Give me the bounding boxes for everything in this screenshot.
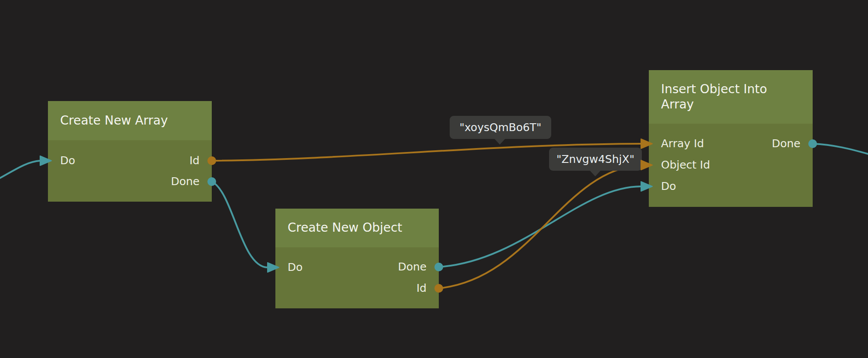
port-label-create-new-object-id: Id xyxy=(417,282,427,295)
port-label-create-new-array-id: Id xyxy=(190,154,200,167)
wire-create-new-array.done-to-create-new-object.do[interactable] xyxy=(212,182,268,267)
node-create-new-object[interactable]: Create New ObjectDoDoneId xyxy=(275,209,439,308)
wire-canvas-left-edge-to-create-new-array.do[interactable] xyxy=(0,161,40,179)
output-port-circle-icon-create-new-object-done[interactable] xyxy=(434,263,443,271)
output-port-circle-icon-create-new-array-id[interactable] xyxy=(207,156,216,165)
port-label-insert-object-into-array-do: Do xyxy=(661,180,676,193)
wire-value-text: "Znvgw4ShjX" xyxy=(556,153,634,165)
node-insert-object-into-array[interactable]: Insert Object Into ArrayArray IdObject I… xyxy=(649,70,813,207)
wire-insert-object-into-array.done-to-canvas-right-edge[interactable] xyxy=(813,144,868,155)
node-create-new-array[interactable]: Create New ArrayDoIdDone xyxy=(48,101,212,202)
node-graph-canvas[interactable]: Create New ArrayDoIdDoneCreate New Objec… xyxy=(0,0,868,358)
wire-value-bubble[interactable]: "xoysQmBo6T" xyxy=(450,116,551,139)
port-label-create-new-object-do: Do xyxy=(288,261,303,274)
port-label-create-new-array-do: Do xyxy=(60,154,75,167)
output-port-circle-icon-create-new-array-done[interactable] xyxy=(207,177,216,186)
wire-value-text: "xoysQmBo6T" xyxy=(460,121,542,134)
wire-create-new-object.id-to-insert-object-into-array.object-id[interactable] xyxy=(439,165,641,288)
node-header[interactable]: Create New Array xyxy=(48,101,212,140)
output-port-circle-icon-create-new-object-id[interactable] xyxy=(434,284,443,293)
output-port-circle-icon-insert-object-into-array-done[interactable] xyxy=(808,139,817,148)
port-label-create-new-object-done: Done xyxy=(398,260,427,274)
wire-value-bubble[interactable]: "Znvgw4ShjX" xyxy=(549,148,642,171)
port-label-insert-object-into-array-array-id: Array Id xyxy=(661,137,704,150)
node-body xyxy=(48,140,212,202)
node-title: Create New Array xyxy=(60,113,168,128)
port-label-insert-object-into-array-done: Done xyxy=(772,137,800,150)
node-body xyxy=(275,247,439,308)
bubble-pointer-icon xyxy=(494,138,505,145)
port-label-create-new-array-done: Done xyxy=(171,175,200,188)
port-label-insert-object-into-array-object-id: Object Id xyxy=(661,159,710,172)
node-header[interactable]: Create New Object xyxy=(275,209,439,247)
node-title: Create New Object xyxy=(288,220,402,235)
node-title: Insert Object Into Array xyxy=(661,82,800,111)
bubble-pointer-icon xyxy=(590,170,601,176)
wire-create-new-object.done-to-insert-object-into-array.do[interactable] xyxy=(439,186,641,267)
node-header[interactable]: Insert Object Into Array xyxy=(649,70,813,124)
